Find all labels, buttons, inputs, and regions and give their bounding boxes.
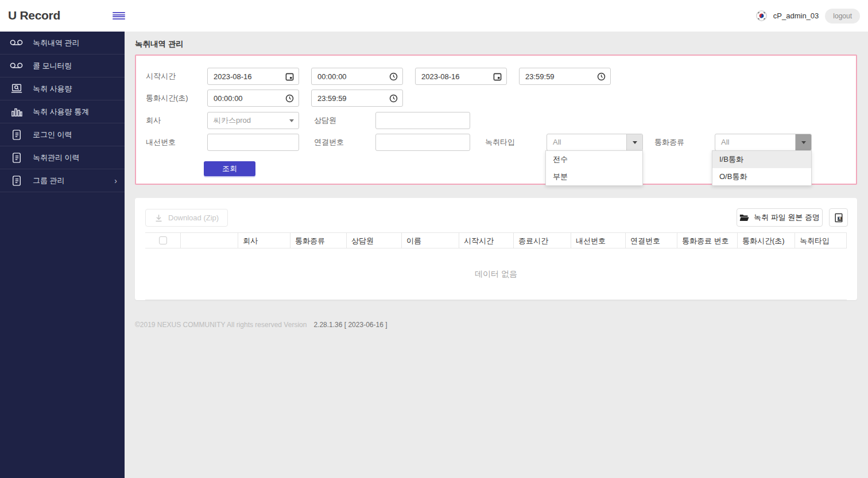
sidebar-item-login-history[interactable]: 로그인 이력 [0, 123, 125, 146]
usage-search-icon [0, 83, 33, 94]
svg-text:X: X [838, 216, 841, 220]
recording-type-dropdown: 전수 부분 [545, 150, 643, 186]
column-header-name[interactable]: 이름 [402, 233, 459, 248]
logged-in-username: cP_admin_03 [773, 11, 819, 20]
korea-flag-icon [756, 10, 767, 21]
recording-type-combobox[interactable]: All [547, 134, 643, 151]
recording-type-label: 녹취타입 [485, 134, 515, 151]
start-time-from-input[interactable]: 00:00:00 [311, 68, 403, 85]
bar-chart-icon [0, 107, 33, 117]
results-card: Download (Zip) 녹취 파일 원본 증명 X 회사 통화종류 상담원… [135, 198, 857, 300]
connection-input[interactable] [375, 134, 470, 151]
sidebar-item-group-management[interactable]: 그룹 관리 › [0, 169, 125, 192]
extension-input[interactable] [207, 134, 299, 151]
dropdown-option-full[interactable]: 전수 [546, 151, 642, 168]
empty-state-message: 데이터 없음 [145, 248, 847, 300]
sidebar-item-label: 녹취내역 관리 [33, 38, 80, 48]
sidebar-item-label: 녹취 사용량 통계 [33, 107, 89, 117]
sidebar-nav: 녹취내역 관리 콜 모니터링 녹취 사용량 녹취 사용량 통계 로그인 이력 녹… [0, 32, 125, 478]
footer: ©2019 NEXUS COMMUNITY All rights reserve… [135, 321, 388, 329]
download-icon [154, 213, 163, 223]
document-icon [0, 129, 33, 141]
sidebar-item-recording-mgmt-history[interactable]: 녹취관리 이력 [0, 146, 125, 169]
document-icon [0, 152, 33, 164]
app-logo: U Record [8, 9, 60, 22]
clock-icon[interactable] [389, 72, 398, 81]
column-header-call-type[interactable]: 통화종류 [290, 233, 347, 248]
company-select[interactable]: 씨카스prod [207, 112, 299, 129]
search-filter-panel: 시작시간 2023-08-16 00:00:00 2023-08-16 23:5… [135, 55, 857, 185]
column-header-connection[interactable]: 연결번호 [626, 233, 677, 248]
agent-input[interactable] [375, 112, 470, 129]
sidebar-item-label: 녹취 사용량 [33, 84, 72, 94]
sidebar-item-label: 콜 모니터링 [33, 61, 72, 71]
sidebar-item-recording-history[interactable]: 녹취내역 관리 [0, 32, 125, 55]
search-button[interactable]: 조회 [204, 161, 255, 176]
call-type-combobox[interactable]: All [715, 134, 812, 151]
logout-button[interactable]: logout [825, 9, 860, 24]
chevron-right-icon: › [114, 177, 117, 185]
column-header-end-time[interactable]: 종료시간 [514, 233, 571, 248]
page-title: 녹취내역 관리 [135, 39, 184, 49]
sidebar-item-usage-stats[interactable]: 녹취 사용량 통계 [0, 100, 125, 123]
combo-dropdown-button[interactable] [626, 134, 642, 150]
select-all-column-header [145, 233, 181, 248]
agent-label: 상담원 [314, 112, 336, 129]
folder-open-icon [739, 213, 749, 221]
download-zip-button[interactable]: Download (Zip) [145, 209, 228, 227]
start-date-to-input[interactable]: 2023-08-16 [415, 68, 507, 85]
call-type-label: 통화종류 [654, 134, 684, 151]
column-header-extension[interactable]: 내선번호 [571, 233, 626, 248]
excel-file-icon: X [834, 213, 843, 223]
hamburger-menu-icon[interactable] [113, 12, 125, 20]
call-type-dropdown: I/B통화 O/B통화 [712, 150, 812, 186]
sidebar-item-label: 그룹 관리 [33, 176, 65, 186]
column-header-agent[interactable]: 상담원 [347, 233, 402, 248]
clock-icon[interactable] [389, 94, 398, 103]
voicemail-icon [0, 38, 33, 47]
sidebar-item-label: 녹취관리 이력 [33, 153, 80, 163]
excel-export-button[interactable]: X [829, 208, 848, 227]
extension-label: 내선번호 [146, 134, 176, 151]
start-time-to-input[interactable]: 23:59:59 [519, 68, 611, 85]
clock-icon[interactable] [597, 72, 606, 81]
calendar-icon[interactable] [493, 72, 502, 81]
column-header-end-number[interactable]: 통화종료 번호 [677, 233, 738, 248]
column-header-blank [181, 233, 238, 248]
start-date-from-input[interactable]: 2023-08-16 [207, 68, 299, 85]
recording-proof-button[interactable]: 녹취 파일 원본 증명 [737, 208, 823, 227]
combo-dropdown-button[interactable] [795, 134, 811, 150]
start-time-label: 시작시간 [146, 68, 176, 85]
connection-label: 연결번호 [314, 134, 344, 151]
dropdown-option-inbound[interactable]: I/B통화 [712, 151, 811, 168]
select-all-checkbox[interactable] [159, 236, 167, 244]
company-label: 회사 [146, 112, 161, 129]
column-header-duration[interactable]: 통화시간(초) [738, 233, 795, 248]
duration-from-input[interactable]: 00:00:00 [207, 90, 299, 107]
column-header-company[interactable]: 회사 [238, 233, 290, 248]
clock-icon[interactable] [285, 94, 294, 103]
sidebar-item-label: 로그인 이력 [33, 130, 72, 140]
call-duration-label: 통화시간(초) [146, 90, 188, 107]
document-icon [0, 175, 33, 186]
column-header-start-time[interactable]: 시작시간 [459, 233, 514, 248]
version-text: 2.28.1.36 [ 2023-06-16 ] [313, 321, 387, 329]
dropdown-option-partial[interactable]: 부분 [546, 168, 642, 185]
duration-to-input[interactable]: 23:59:59 [311, 90, 403, 107]
dropdown-option-outbound[interactable]: O/B통화 [712, 168, 811, 185]
copyright-text: ©2019 NEXUS COMMUNITY All rights reserve… [135, 321, 307, 329]
table-header-row: 회사 통화종류 상담원 이름 시작시간 종료시간 내선번호 연결번호 통화종료 … [145, 232, 847, 248]
top-header: U Record cP_admin_03 logout [0, 0, 868, 32]
results-table: 회사 통화종류 상담원 이름 시작시간 종료시간 내선번호 연결번호 통화종료 … [145, 232, 847, 300]
voicemail-icon [0, 61, 33, 70]
sidebar-item-recording-usage[interactable]: 녹취 사용량 [0, 77, 125, 100]
chevron-down-icon [289, 119, 294, 122]
column-header-recording-type[interactable]: 녹취타입 [795, 233, 847, 248]
calendar-icon[interactable] [285, 72, 294, 81]
sidebar-item-call-monitoring[interactable]: 콜 모니터링 [0, 55, 125, 77]
